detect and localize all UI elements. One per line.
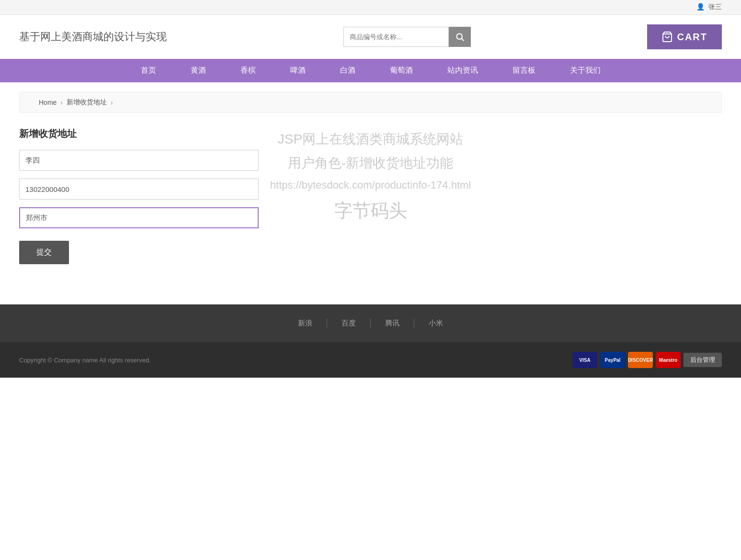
nav-item-about[interactable]: 关于我们 [553, 59, 618, 82]
nav-item-beer[interactable]: 啤酒 [273, 59, 323, 82]
phone-field-group [19, 179, 722, 200]
user-icon: 👤 [696, 3, 705, 11]
search-button[interactable] [449, 27, 471, 47]
breadcrumb-end-separator: › [111, 99, 113, 106]
breadcrumb-separator: › [60, 99, 63, 106]
cart-icon [661, 31, 673, 43]
main-nav: 首页 黄酒 香槟 啤酒 白酒 葡萄酒 站内资讯 留言板 关于我们 [0, 59, 741, 82]
footer-link-tencent[interactable]: 腾讯 [371, 319, 414, 328]
address-field-group [19, 207, 722, 228]
search-input[interactable] [343, 27, 449, 47]
site-title: 基于网上美酒商城的设计与实现 [19, 30, 167, 44]
submit-button[interactable]: 提交 [19, 241, 69, 264]
name-field-group [19, 150, 722, 171]
paypal-icon: PayPal [600, 352, 625, 368]
nav-item-home[interactable]: 首页 [124, 59, 173, 82]
name-input[interactable] [19, 150, 259, 171]
footer-link-baidu[interactable]: 百度 [327, 319, 371, 328]
footer-bottom: Copyright © Company name All rights rese… [0, 342, 741, 378]
copyright-text: Copyright © Company name All rights rese… [19, 357, 151, 364]
svg-line-1 [461, 39, 464, 41]
phone-input[interactable] [19, 179, 259, 200]
discover-icon: DISCOVER [628, 352, 653, 368]
footer-link-xiaomi[interactable]: 小米 [414, 319, 457, 328]
footer-links: 新浪 百度 腾讯 小米 [0, 304, 741, 342]
nav-item-baijiu[interactable]: 白酒 [323, 59, 373, 82]
maestro-icon: Maestro [656, 352, 681, 368]
breadcrumb-current: 新增收货地址 [67, 98, 107, 107]
username-label: 张三 [708, 3, 722, 11]
footer-link-sina[interactable]: 新浪 [284, 319, 327, 328]
nav-item-wine[interactable]: 葡萄酒 [373, 59, 430, 82]
breadcrumb-home[interactable]: Home [39, 99, 57, 106]
payment-icons: VISA PayPal DISCOVER Maestro 后台管理 [572, 352, 722, 368]
nav-item-message[interactable]: 留言板 [495, 59, 553, 82]
search-area [343, 27, 471, 47]
admin-button[interactable]: 后台管理 [684, 353, 722, 367]
form-title: 新增收货地址 [19, 127, 722, 140]
nav-item-yellow-wine[interactable]: 黄酒 [173, 59, 223, 82]
search-icon [455, 32, 465, 42]
top-bar: 👤 张三 [0, 0, 741, 15]
add-address-form: 提交 [19, 150, 722, 264]
nav-item-news[interactable]: 站内资讯 [430, 59, 495, 82]
visa-icon: VISA [572, 352, 597, 368]
main-content: JSP网上在线酒类商城系统网站 用户角色-新增收货地址功能 https://by… [0, 123, 741, 304]
svg-point-0 [456, 34, 462, 39]
cart-label: CART [677, 32, 707, 43]
cart-button[interactable]: CART [647, 24, 722, 49]
nav-item-champagne[interactable]: 香槟 [223, 59, 273, 82]
address-input[interactable] [19, 207, 259, 228]
header: 基于网上美酒商城的设计与实现 CART [0, 15, 741, 59]
breadcrumb: Home › 新增收货地址 › [19, 92, 722, 113]
